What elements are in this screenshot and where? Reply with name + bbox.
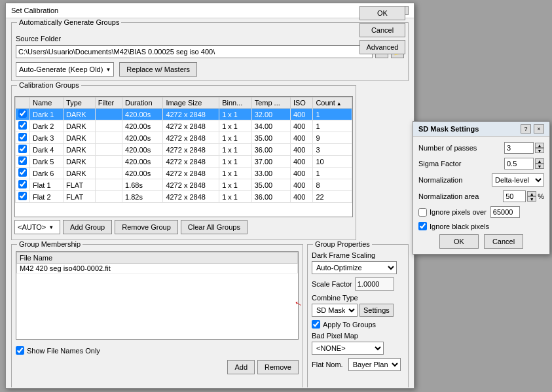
sd-help-btn[interactable]: ? [521, 124, 531, 134]
table-row[interactable]: Dark 3 DARK 420.00s 4272 x 2848 1 x 1 35… [16, 132, 352, 144]
sigma-up-btn[interactable]: ▲ [535, 158, 544, 164]
advanced-btn[interactable]: Advanced [359, 40, 405, 54]
calibration-groups-box: Calibration Groups Name Type Filter Dura… [11, 85, 356, 240]
right-panel: OK Cancel Advanced [359, 18, 409, 54]
apply-groups-checkbox[interactable] [312, 320, 320, 329]
table-row[interactable]: Dark 1 DARK 420.00s 4272 x 2848 1 x 1 32… [16, 109, 352, 120]
col-filter[interactable]: Filter [95, 98, 122, 109]
table-row[interactable]: Flat 1 FLAT 1.68s 4272 x 2848 1 x 1 35.0… [16, 179, 352, 191]
sigma-down-btn[interactable]: ▼ [535, 164, 544, 169]
cell-iso: 400 [290, 144, 312, 156]
sd-mask-dialog: SD Mask Settings ? × Number of passes ▲ … [413, 121, 550, 255]
auto-dropdown[interactable]: <AUTO> ▼ [14, 220, 60, 234]
table-row[interactable]: Dark 2 DARK 420.00s 4272 x 2848 1 x 1 34… [16, 120, 352, 132]
cell-image-size: 4272 x 2848 [163, 144, 219, 156]
cell-iso: 400 [290, 156, 312, 168]
ignore-over-row: Ignore pixels over [418, 206, 544, 218]
sd-ok-btn[interactable]: OK [439, 234, 479, 249]
dark-frame-select[interactable]: Auto-Optimize [312, 261, 397, 274]
cell-image-size: 4272 x 2848 [163, 191, 219, 203]
calibration-table: Name Type Filter Duration Image Size Bin… [15, 97, 352, 203]
auto-gen-dropdown[interactable]: Auto-Generate (Keep Old) ▼ [16, 62, 114, 77]
norm-area-label: Normalization area [418, 192, 479, 200]
replace-masters-btn[interactable]: Replace w/ Masters [119, 62, 197, 77]
calibration-groups-title: Calibration Groups [17, 81, 81, 89]
norm-area-input[interactable] [503, 190, 526, 202]
cell-type: DARK [64, 132, 96, 144]
cancel-btn[interactable]: Cancel [359, 23, 405, 37]
col-binn[interactable]: Binn... [219, 98, 252, 109]
cell-filter [95, 179, 122, 191]
cell-type: DARK [64, 144, 96, 156]
table-row[interactable]: Dark 4 DARK 420.00s 4272 x 2848 1 x 1 36… [16, 144, 352, 156]
clear-all-btn[interactable]: Clear All Groups [181, 220, 248, 234]
table-row[interactable]: Dark 6 DARK 420.00s 4272 x 2848 1 x 1 33… [16, 168, 352, 179]
cell-name: Dark 3 [30, 132, 64, 144]
sd-close-btn[interactable]: × [534, 124, 544, 134]
col-image-size[interactable]: Image Size [163, 98, 219, 109]
norm-area-down-btn[interactable]: ▼ [527, 196, 536, 202]
membership-table-container[interactable]: File Name M42 420 seg iso400-0002.fit [16, 251, 299, 340]
cell-binn: 1 x 1 [219, 144, 252, 156]
ignore-over-input[interactable] [490, 206, 520, 218]
calibration-table-container[interactable]: Name Type Filter Duration Image Size Bin… [14, 96, 353, 217]
show-names-checkbox[interactable] [16, 346, 24, 355]
col-type[interactable]: Type [64, 98, 96, 109]
table-row[interactable]: Dark 5 DARK 420.00s 4272 x 2848 1 x 1 37… [16, 156, 352, 168]
col-name[interactable]: Name [30, 98, 64, 109]
group-membership-box: Group Membership File Name M42 420 seg i… [11, 244, 303, 387]
row-check[interactable] [18, 109, 27, 118]
cell-image-size: 4272 x 2848 [163, 109, 219, 120]
cell-type: DARK [64, 168, 96, 179]
membership-col-name[interactable]: File Name [17, 253, 298, 264]
col-iso[interactable]: ISO [290, 98, 312, 109]
row-check[interactable] [18, 145, 27, 153]
col-duration[interactable]: Duration [122, 98, 163, 109]
norm-select[interactable]: Delta-level [492, 173, 544, 187]
cell-temp: 32.00 [251, 109, 290, 120]
sd-body: Number of passes ▲ ▼ Sigma Factor ▲ ▼ [413, 137, 549, 254]
dark-frame-row: Auto-Optimize [312, 261, 404, 274]
apply-groups-row: Apply To Groups [312, 320, 404, 329]
sigma-input[interactable] [504, 158, 534, 169]
add-file-btn[interactable]: Add [227, 360, 255, 374]
main-dialog: Set Calibration ? × Automatically Genera… [5, 3, 414, 389]
main-titlebar: Set Calibration ? × [6, 3, 414, 18]
folder-path-input[interactable] [16, 45, 373, 58]
ignore-over-checkbox[interactable] [418, 208, 427, 217]
settings-btn[interactable]: Settings [359, 304, 394, 317]
ok-btn[interactable]: OK [359, 18, 405, 20]
cell-temp: 36.00 [251, 144, 290, 156]
cell-binn: 1 x 1 [219, 132, 252, 144]
passes-down-btn[interactable]: ▼ [535, 148, 544, 153]
col-check[interactable] [16, 98, 30, 109]
sigma-input-group: ▲ ▼ [504, 158, 544, 169]
cell-type: FLAT [64, 191, 96, 203]
row-check[interactable] [18, 133, 27, 141]
col-count[interactable]: Count▲ [313, 98, 352, 109]
dropdown-arrow: ▼ [105, 67, 111, 73]
norm-area-up-btn[interactable]: ▲ [527, 191, 536, 196]
remove-group-btn[interactable]: Remove Group [115, 220, 178, 234]
remove-file-btn[interactable]: Remove [257, 360, 299, 374]
row-check[interactable] [18, 121, 27, 130]
row-check[interactable] [18, 192, 27, 200]
col-temp[interactable]: Temp ... [251, 98, 290, 109]
cell-count: 1 [313, 109, 352, 120]
row-check[interactable] [18, 156, 27, 165]
passes-input-group: ▲ ▼ [504, 142, 544, 154]
scale-factor-input[interactable] [355, 277, 394, 291]
ignore-black-checkbox[interactable] [418, 222, 427, 230]
sigma-label: Sigma Factor [418, 160, 461, 168]
add-group-btn[interactable]: Add Group [63, 220, 112, 234]
sd-cancel-btn[interactable]: Cancel [484, 234, 523, 249]
flat-select[interactable]: Bayer Planes [348, 358, 401, 371]
row-check[interactable] [18, 168, 27, 177]
passes-input[interactable] [504, 142, 534, 154]
passes-up-btn[interactable]: ▲ [535, 143, 544, 148]
norm-area-input-group: ▲ ▼ % [503, 190, 544, 202]
combine-select[interactable]: SD Mask [312, 304, 358, 317]
bad-pixel-select[interactable]: <NONE> [312, 342, 384, 355]
table-row[interactable]: Flat 2 FLAT 1.82s 4272 x 2848 1 x 1 36.0… [16, 191, 352, 203]
row-check[interactable] [18, 180, 27, 188]
